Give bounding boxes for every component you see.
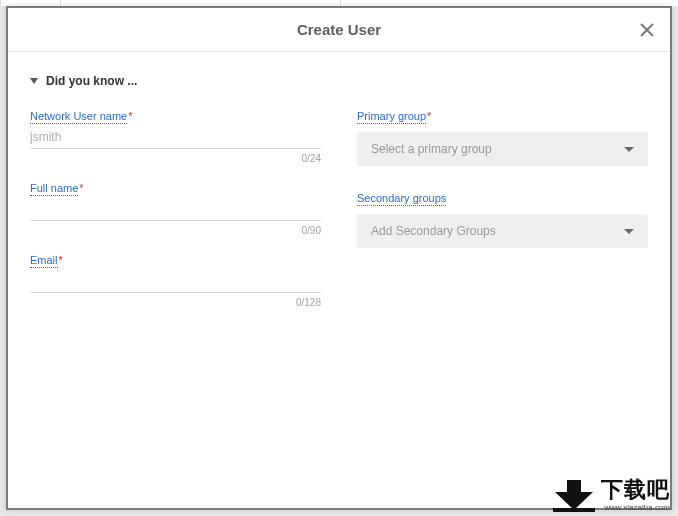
fullname-counter: 0/90 <box>30 225 321 236</box>
required-marker: * <box>59 254 63 266</box>
required-marker: * <box>128 110 132 122</box>
did-you-know-toggle[interactable]: Did you know ... <box>30 74 648 88</box>
modal-body: Did you know ... Network User name* 0/24… <box>8 52 670 508</box>
chevron-down-icon <box>624 229 634 234</box>
required-marker: * <box>79 182 83 194</box>
form-columns: Network User name* 0/24 Full name* 0/90 … <box>30 106 648 322</box>
label-primary-group: Primary group <box>357 110 426 124</box>
username-input[interactable] <box>30 124 321 149</box>
field-primary-group: Primary group* Select a primary group <box>357 106 648 166</box>
create-user-modal: Create User Did you know ... Network Use… <box>6 6 672 510</box>
did-you-know-label: Did you know ... <box>46 74 137 88</box>
field-username: Network User name* 0/24 <box>30 106 321 164</box>
label-fullname: Full name <box>30 182 78 196</box>
close-icon <box>640 23 654 37</box>
fullname-input[interactable] <box>30 196 321 221</box>
primary-group-placeholder: Select a primary group <box>371 142 492 156</box>
email-input[interactable] <box>30 268 321 293</box>
chevron-down-icon <box>624 147 634 152</box>
field-secondary-groups: Secondary groups Add Secondary Groups <box>357 188 648 248</box>
label-email: Email <box>30 254 58 268</box>
right-column: Primary group* Select a primary group Se… <box>357 106 648 322</box>
email-counter: 0/128 <box>30 297 321 308</box>
primary-group-select[interactable]: Select a primary group <box>357 132 648 166</box>
secondary-groups-select[interactable]: Add Secondary Groups <box>357 214 648 248</box>
username-counter: 0/24 <box>30 153 321 164</box>
field-fullname: Full name* 0/90 <box>30 178 321 236</box>
modal-title: Create User <box>297 21 381 38</box>
modal-header: Create User <box>8 8 670 52</box>
label-secondary-groups: Secondary groups <box>357 192 446 206</box>
close-button[interactable] <box>638 21 656 39</box>
left-column: Network User name* 0/24 Full name* 0/90 … <box>30 106 321 322</box>
secondary-groups-placeholder: Add Secondary Groups <box>371 224 496 238</box>
field-email: Email* 0/128 <box>30 250 321 308</box>
required-marker: * <box>427 110 431 122</box>
label-username: Network User name <box>30 110 127 124</box>
chevron-down-icon <box>30 78 38 84</box>
